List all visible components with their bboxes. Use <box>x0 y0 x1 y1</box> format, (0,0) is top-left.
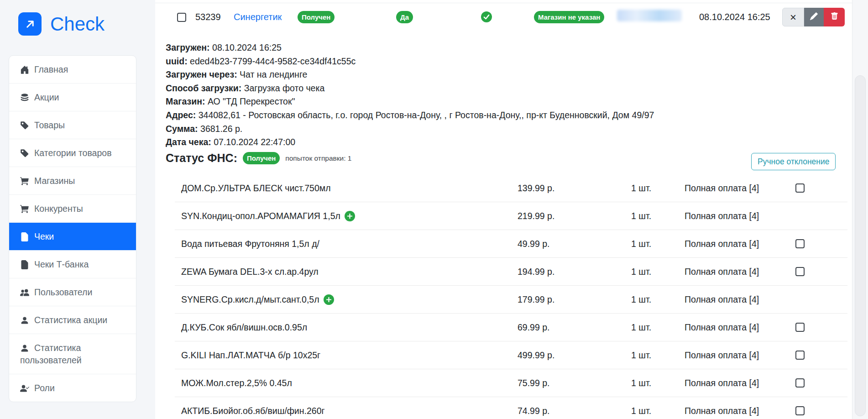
manual-reject-button[interactable]: Ручное отклонение <box>751 153 836 170</box>
item-qty: 1 шт. <box>631 341 651 369</box>
item-payment: Полная оплата [4] <box>685 230 759 257</box>
tag-icon <box>20 120 34 130</box>
item-payment: Полная оплата [4] <box>685 369 759 397</box>
person-icon <box>20 343 34 353</box>
app-logo[interactable]: Check <box>18 12 105 36</box>
item-price: 74.99 р. <box>518 397 549 419</box>
scrollbar-thumb[interactable] <box>855 75 866 416</box>
sidebar-item-products[interactable]: Товары <box>9 111 136 139</box>
table-row: Д.КУБ.Сок ябл/вишн.осв.0.95л 69.99 р. 1 … <box>175 314 847 341</box>
file-icon <box>20 231 34 241</box>
fns-status-label: Статус ФНС: <box>166 152 237 165</box>
item-price: 75.99 р. <box>518 369 549 397</box>
items-table: ДОМ.Ср.УЛЬТРА БЛЕСК чист.750мл 139.99 р.… <box>175 174 847 419</box>
sidebar-item-product-categories[interactable]: Категории товаров <box>9 139 136 167</box>
item-checkbox[interactable] <box>795 267 805 276</box>
scrollbar-track[interactable] <box>852 0 868 419</box>
item-qty: 1 шт. <box>631 230 651 257</box>
fns-attempts: попыток отправки: 1 <box>285 154 351 162</box>
app-title: Check <box>50 13 105 35</box>
item-qty: 1 шт. <box>631 174 651 202</box>
sidebar-item-label: Роли <box>34 383 55 393</box>
item-checkbox[interactable] <box>795 378 805 388</box>
item-price: 194.99 р. <box>518 258 554 285</box>
detail-line: Магазин: АО "ТД Перекресток" <box>166 95 654 109</box>
item-checkbox[interactable] <box>795 239 805 248</box>
sidebar-item-label: Чеки Т-банка <box>34 259 89 269</box>
item-price: 139.99 р. <box>518 174 554 202</box>
item-payment: Полная оплата [4] <box>685 341 759 369</box>
item-qty: 1 шт. <box>631 397 651 419</box>
detail-line: Сумма: 3681.26 р. <box>166 122 654 136</box>
sidebar-item-label: Категории товаров <box>34 148 112 158</box>
detail-line: uuid: eded4b23-7799-44c4-9582-ce34df41c5… <box>166 55 654 68</box>
sidebar: Главная Акции Товары Категории товаров М… <box>9 55 136 402</box>
cart-icon <box>20 204 34 214</box>
table-row: SYN.Кондиц-опол.АРОМАМАГИЯ 1,5л 219.99 р… <box>175 202 847 230</box>
fns-status-badge: Получен <box>243 152 280 164</box>
sidebar-item-promo-stats[interactable]: Статистика акции <box>9 306 136 334</box>
fns-status-row: Статус ФНС: Получен попыток отправки: 1 <box>166 152 351 165</box>
item-checkbox[interactable] <box>795 183 805 193</box>
status-badge: Получен <box>298 11 335 23</box>
detail-line: Загружен через: Чат на лендинге <box>166 68 654 82</box>
item-qty: 1 шт. <box>631 369 651 397</box>
sidebar-item-roles[interactable]: Роли <box>9 374 136 402</box>
item-payment: Полная оплата [4] <box>685 174 759 202</box>
table-row: SYNERG.Ср.кисл.д/мыт.сант.0,5л 179.99 р.… <box>175 286 847 314</box>
store-badge: Магазин не указан <box>534 11 604 23</box>
sidebar-item-label: Чеки <box>34 231 54 241</box>
plus-circle-icon[interactable] <box>345 211 355 221</box>
row-actions: × <box>782 8 845 26</box>
person-check-icon <box>20 383 34 393</box>
brand-link[interactable]: Синергетик <box>234 12 282 22</box>
item-name: SYNERG.Ср.кисл.д/мыт.сант.0,5л <box>181 294 319 305</box>
trash-icon <box>831 12 838 22</box>
item-checkbox[interactable] <box>795 406 805 415</box>
sidebar-item-users[interactable]: Пользователи <box>9 278 136 306</box>
redacted-user-name <box>617 10 682 21</box>
plus-circle-icon[interactable] <box>324 294 334 305</box>
detail-line: Адрес: 344082,61 - Ростовская область, г… <box>166 109 654 122</box>
divider <box>155 3 852 3</box>
edit-button[interactable] <box>804 8 824 26</box>
item-name: G.KILI Нап.ЛАТ.МАТЧА б/р 10х25г <box>181 341 320 369</box>
item-checkbox[interactable] <box>795 323 805 332</box>
table-row: МОЖ.Мол.стер.2,5% 0.45л 75.99 р. 1 шт. П… <box>175 369 847 397</box>
detail-line: Дата чека: 07.10.2024 22:47:00 <box>166 136 654 149</box>
sidebar-item-tbank-receipts[interactable]: Чеки Т-банка <box>9 251 136 278</box>
sidebar-item-competitors[interactable]: Конкуренты <box>9 195 136 223</box>
item-price: 499.99 р. <box>518 341 554 369</box>
receipt-id: 53239 <box>195 12 221 22</box>
item-qty: 1 шт. <box>631 314 651 341</box>
tag-icon <box>20 148 34 158</box>
item-payment: Полная оплата [4] <box>685 258 759 285</box>
cart-icon <box>20 176 34 186</box>
receipt-select-checkbox[interactable] <box>177 13 186 22</box>
person-icon <box>20 315 34 325</box>
delete-button[interactable] <box>824 8 845 26</box>
table-row: Вода питьевая Фрутоняня 1,5л д/ 49.99 р.… <box>175 230 847 258</box>
sidebar-item-label: Пользователи <box>34 287 92 297</box>
sidebar-item-main[interactable]: Главная <box>9 56 136 84</box>
database-icon <box>20 92 34 102</box>
item-price: 49.99 р. <box>518 230 549 257</box>
sidebar-item-user-stats[interactable]: Статистика пользователей <box>9 334 136 374</box>
item-payment: Полная оплата [4] <box>685 286 759 313</box>
logo-arrow-icon <box>18 12 42 36</box>
pencil-icon <box>810 12 818 22</box>
item-name: Вода питьевая Фрутоняня 1,5л д/ <box>181 230 319 257</box>
item-qty: 1 шт. <box>631 258 651 285</box>
sidebar-item-receipts[interactable]: Чеки <box>9 223 136 251</box>
table-row: ДОМ.Ср.УЛЬТРА БЛЕСК чист.750мл 139.99 р.… <box>175 174 847 202</box>
item-name: ZEWA Бумага DEL.3-х сл.ар.4рул <box>181 258 319 285</box>
table-row: АКТИБ.Биойог.об.яб/виш/фин.260г 74.99 р.… <box>175 397 847 419</box>
content-panel: 53239 Синергетик Получен Да Магазин не у… <box>155 0 852 419</box>
sidebar-item-label: Главная <box>34 64 68 74</box>
detail-line: Загружен: 08.10.2024 16:25 <box>166 41 654 55</box>
close-button[interactable]: × <box>782 8 804 26</box>
item-qty: 1 шт. <box>631 286 651 313</box>
item-checkbox[interactable] <box>795 351 805 360</box>
sidebar-item-promos[interactable]: Акции <box>9 84 136 111</box>
sidebar-item-stores[interactable]: Магазины <box>9 167 136 195</box>
